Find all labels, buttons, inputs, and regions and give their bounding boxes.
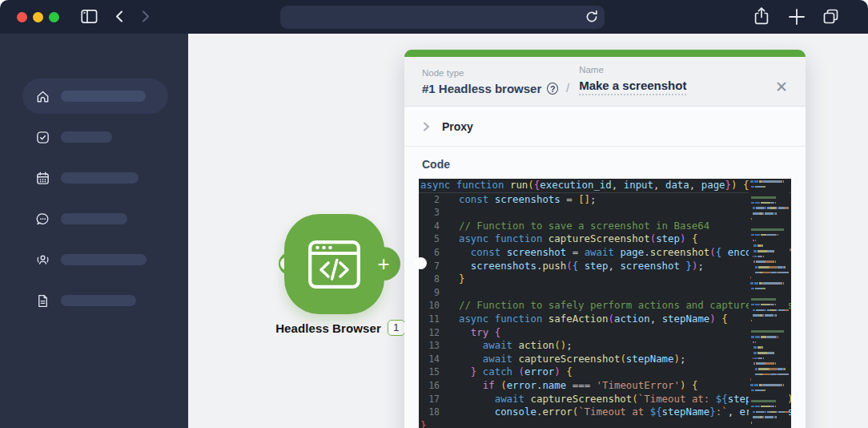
code-line[interactable]: 2 const screenshots = []; [419, 193, 791, 207]
code-line[interactable]: 14 await captureScreenshot(stepName); [419, 353, 791, 366]
line-number: 9 [419, 286, 447, 300]
tasks-icon [35, 130, 50, 145]
node-title: Headless Browser [275, 321, 381, 335]
code-line[interactable]: 6 const screenshot = await page.screensh… [419, 246, 791, 260]
code-editor[interactable]: async function run({execution_id, input,… [419, 179, 791, 428]
panel-header: Node type #1 Headless browser ? / Name M… [404, 57, 806, 107]
node-name-value[interactable]: Make a screenshot [579, 79, 686, 95]
sidebar-toggle-icon[interactable] [81, 9, 98, 26]
line-number: 3 [419, 206, 447, 220]
close-icon[interactable]: ✕ [774, 78, 790, 96]
share-icon[interactable] [752, 6, 771, 30]
code-line[interactable]: 12 try { [419, 326, 791, 340]
code-line[interactable]: 10 // Function to safely perform actions… [419, 299, 791, 313]
sidebar-item-tasks[interactable] [22, 119, 168, 155]
line-number: 12 [419, 326, 447, 340]
code-line[interactable]: 7 screenshots.push({ step, screenshot })… [419, 260, 791, 273]
code-line[interactable]: 9 [419, 286, 791, 300]
url-input[interactable] [290, 6, 565, 30]
line-number: 15 [419, 365, 447, 379]
code-line[interactable]: 4 // Function to save a screenshot in Ba… [419, 220, 791, 233]
skeleton-text [61, 172, 139, 184]
reload-icon[interactable] [585, 10, 599, 26]
skeleton-text [61, 213, 127, 224]
skeleton-text [61, 91, 146, 102]
users-icon [35, 252, 50, 268]
code-lines[interactable]: async function run({execution_id, input,… [419, 179, 791, 428]
line-number: 16 [419, 379, 447, 393]
code-line[interactable]: async function run({execution_id, input,… [419, 179, 791, 193]
help-icon[interactable]: ? [547, 83, 558, 95]
line-number: 14 [419, 353, 447, 366]
browser-code-icon [308, 240, 360, 292]
browser-chrome [0, 0, 868, 34]
proxy-section-label: Proxy [442, 120, 473, 133]
app-sidebar [0, 34, 188, 428]
line-number: 17 [419, 393, 447, 406]
code-line[interactable]: 16 if (error.name === 'TimeoutError') { [419, 379, 791, 393]
add-next-node-button[interactable]: + [367, 247, 400, 281]
line-number: 2 [419, 193, 447, 207]
document-icon [35, 293, 50, 309]
line-number: 5 [419, 232, 447, 246]
sidebar-item-users[interactable] [22, 242, 168, 277]
app-window: + Headless Browser 1 Node type #1 Headle… [0, 0, 868, 428]
sidebar-item-chat[interactable] [22, 201, 168, 236]
sidebar-item-home[interactable] [22, 79, 168, 114]
close-window-button[interactable] [17, 12, 27, 22]
code-line[interactable]: 15 } catch (error) { [419, 365, 791, 379]
code-line[interactable]: 11 async function safeAction(action, ste… [419, 313, 791, 326]
line-number: 18 [419, 406, 447, 419]
skeleton-text [61, 131, 112, 143]
name-label: Name [579, 65, 686, 75]
sidebar-item-calendar[interactable] [22, 160, 168, 196]
plus-glyph: + [377, 253, 389, 274]
node-config-panel: Node type #1 Headless browser ? / Name M… [404, 50, 806, 428]
skeleton-text [61, 295, 136, 306]
chevron-right-icon [422, 122, 431, 131]
code-section-label: Code [422, 158, 806, 171]
address-bar[interactable] [280, 6, 605, 29]
zoom-window-button[interactable] [49, 12, 59, 22]
line-number: 11 [419, 313, 447, 326]
code-line[interactable]: 17 await captureScreenshot(`Timeout at: … [419, 393, 791, 406]
code-line[interactable]: 18 console.error(`Timeout at ${stepName}… [419, 406, 791, 419]
panel-accent-bar [404, 50, 806, 57]
proxy-section-toggle[interactable]: Proxy [404, 107, 806, 147]
chat-icon [35, 212, 50, 227]
minimize-window-button[interactable] [33, 12, 43, 22]
line-number: 8 [419, 273, 447, 286]
code-line[interactable]: } [419, 419, 791, 428]
code-line[interactable]: 8 } [419, 273, 791, 286]
forward-icon[interactable] [139, 10, 152, 26]
code-line[interactable]: 5 async function captureScreenshot(step)… [419, 232, 791, 246]
line-number: 10 [419, 299, 447, 313]
minimap[interactable] [749, 180, 789, 428]
connection-endpoint-dot[interactable] [415, 257, 427, 269]
tab-overview-icon[interactable] [822, 7, 840, 28]
code-line[interactable]: 3 [419, 206, 791, 220]
node-type-label: Node type [422, 68, 558, 78]
node-type-value: #1 Headless browser [422, 82, 541, 95]
sidebar-item-document[interactable] [22, 283, 168, 318]
skeleton-text [61, 254, 147, 265]
back-icon[interactable] [113, 10, 126, 26]
home-icon [35, 89, 50, 104]
calendar-icon [35, 171, 50, 186]
line-number: 13 [419, 339, 447, 353]
breadcrumb-separator: / [566, 81, 569, 95]
code-line[interactable]: 13 await action(); [419, 339, 791, 353]
new-tab-icon[interactable] [788, 8, 806, 28]
line-number: 4 [419, 220, 447, 233]
node-count-badge: 1 [388, 320, 405, 336]
